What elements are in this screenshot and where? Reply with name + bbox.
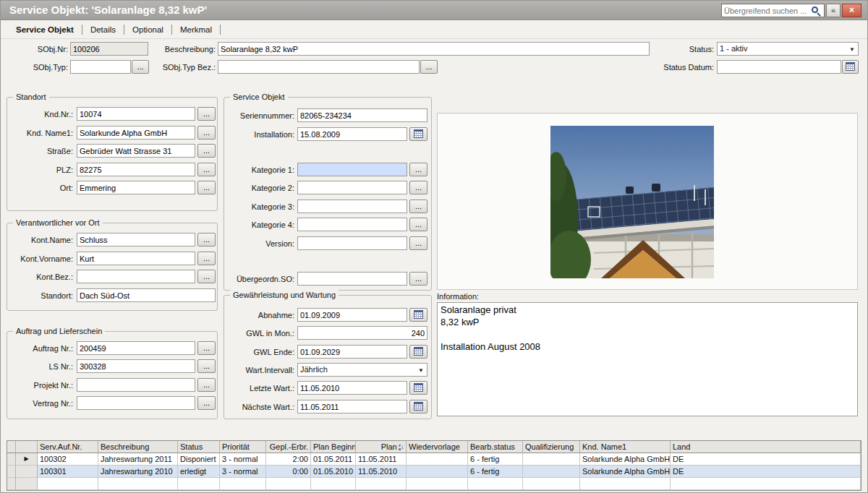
cell-plan-beginn[interactable]: 01.05.2011	[311, 453, 356, 466]
tab-merkmal[interactable]: Merkmal	[172, 25, 221, 35]
cell-gepl-erbr[interactable]: 0:00	[266, 466, 311, 478]
cell-status[interactable]: Disponiert	[178, 453, 220, 466]
empty-cell[interactable]	[38, 478, 98, 490]
status-datum-calendar-button[interactable]	[842, 60, 859, 74]
empty-cell[interactable]	[220, 478, 266, 490]
kategorie3-field[interactable]	[297, 200, 407, 213]
cell-status[interactable]: erledigt	[178, 466, 220, 478]
cell-bearb-status[interactable]: 6 - fertig	[468, 453, 523, 466]
cell-wiedervorlage[interactable]	[407, 466, 468, 478]
cell-beschreibung[interactable]: Jahreswartung 2010	[98, 466, 178, 478]
cell-qualifizierung[interactable]	[523, 453, 580, 466]
empty-cell[interactable]	[580, 478, 671, 490]
cell-land[interactable]: DE	[671, 466, 861, 478]
empty-cell[interactable]	[468, 490, 523, 491]
empty-cell[interactable]	[98, 478, 178, 490]
close-icon[interactable]: ×	[842, 4, 861, 17]
cell-knd-name1[interactable]: Solarkunde Alpha GmbH	[580, 466, 671, 478]
status-datum-field[interactable]	[717, 60, 841, 74]
cell-gepl-erbr[interactable]: 2:00	[266, 453, 311, 466]
empty-cell[interactable]	[468, 478, 523, 490]
tab-service-objekt[interactable]: Service Objekt	[8, 25, 82, 35]
empty-cell[interactable]	[311, 478, 356, 490]
plz-field[interactable]	[77, 163, 195, 176]
empty-cell[interactable]	[266, 490, 311, 491]
sobj-typ-browse-button[interactable]: ...	[132, 60, 149, 74]
col-knd-name1[interactable]: Knd. Name1	[580, 441, 671, 453]
installation-field[interactable]	[297, 127, 407, 141]
empty-cell[interactable]	[98, 490, 178, 491]
strasse-browse-button[interactable]: ...	[197, 144, 216, 158]
cell-prioritaet[interactable]: 3 - normal	[220, 453, 266, 466]
ls-nr-browse-button[interactable]: ...	[197, 359, 216, 373]
cell-serv-auf-nr[interactable]: 100302	[38, 453, 98, 466]
col-qualifizierung[interactable]: Qualifizierung	[523, 441, 580, 453]
col-wiedervorlage[interactable]: Wiedervorlage	[407, 441, 468, 453]
kategorie4-browse-button[interactable]: ...	[409, 218, 427, 231]
empty-cell[interactable]	[178, 478, 220, 490]
col-status[interactable]: Status	[178, 441, 220, 453]
empty-cell[interactable]	[38, 490, 98, 491]
naechste-wart-field[interactable]	[297, 400, 407, 413]
knd-name1-field[interactable]	[77, 126, 195, 140]
empty-cell[interactable]	[671, 490, 861, 491]
ls-nr-field[interactable]	[77, 359, 195, 373]
row-selector[interactable]	[16, 478, 38, 490]
gwl-ende-field[interactable]	[297, 345, 407, 359]
kont-bez-browse-button[interactable]: ...	[197, 270, 216, 283]
status-dropdown[interactable]: 1 - aktiv ▼	[717, 42, 859, 56]
kont-bez-field[interactable]	[77, 270, 195, 283]
naechste-wart-calendar-button[interactable]	[409, 400, 427, 413]
seriennummer-field[interactable]	[297, 108, 427, 122]
abnahme-field[interactable]	[297, 308, 407, 322]
gwl-ende-calendar-button[interactable]	[409, 345, 427, 359]
col-plan-beginn[interactable]: Plan Beginn	[311, 441, 356, 453]
cell-serv-auf-nr[interactable]: 100301	[38, 466, 98, 478]
cell-plan-beginn[interactable]: 01.05.2010	[311, 466, 356, 478]
chevron-down-icon[interactable]: ▼	[418, 364, 424, 377]
sobj-nr-field[interactable]	[70, 42, 148, 56]
kont-name-browse-button[interactable]: ...	[197, 233, 216, 246]
col-plan[interactable]: Planza↓	[356, 441, 407, 453]
empty-cell[interactable]	[523, 490, 580, 491]
version-field[interactable]	[297, 236, 407, 250]
cell-plan[interactable]: 11.05.2011	[356, 453, 407, 466]
kategorie1-field[interactable]	[297, 163, 407, 176]
current-row-marker-icon[interactable]: ▶	[16, 453, 38, 466]
empty-cell[interactable]	[178, 490, 220, 491]
cell-prioritaet[interactable]: 3 - normal	[220, 466, 266, 478]
empty-cell[interactable]	[580, 490, 671, 491]
auftrag-nr-field[interactable]	[77, 341, 195, 355]
sobj-typ-field[interactable]	[70, 60, 131, 74]
empty-cell[interactable]	[407, 478, 468, 490]
kont-name-field[interactable]	[77, 233, 195, 246]
kategorie3-browse-button[interactable]: ...	[409, 200, 427, 213]
cell-qualifizierung[interactable]	[523, 466, 580, 478]
vertrag-nr-browse-button[interactable]: ...	[197, 396, 216, 410]
gwl-mon-field[interactable]	[297, 326, 427, 340]
row-selector[interactable]	[16, 466, 38, 478]
letzte-wart-calendar-button[interactable]	[409, 381, 427, 395]
chevron-down-icon[interactable]: ▼	[849, 43, 855, 56]
col-beschreibung[interactable]: Beschreibung	[98, 441, 178, 453]
installation-calendar-button[interactable]	[409, 127, 427, 141]
auftrag-nr-browse-button[interactable]: ...	[197, 341, 216, 355]
uebergeordn-so-field[interactable]	[297, 272, 407, 286]
knd-name1-browse-button[interactable]: ...	[197, 126, 216, 140]
kategorie2-field[interactable]	[297, 181, 407, 194]
cell-beschreibung[interactable]: Jahreswartung 2011	[98, 453, 178, 466]
cell-knd-name1[interactable]: Solarkunde Alpha GmbH	[580, 453, 671, 466]
kont-vorname-browse-button[interactable]: ...	[197, 252, 216, 265]
empty-cell[interactable]	[220, 490, 266, 491]
version-browse-button[interactable]: ...	[409, 236, 427, 250]
cell-land[interactable]: DE	[671, 453, 861, 466]
vertrag-nr-field[interactable]	[77, 396, 195, 410]
search-icon[interactable]	[812, 7, 818, 13]
abnahme-calendar-button[interactable]	[409, 308, 427, 322]
knd-nr-field[interactable]	[77, 107, 195, 121]
row-selector[interactable]	[16, 490, 38, 491]
empty-cell[interactable]	[407, 490, 468, 491]
col-land[interactable]: Land	[671, 441, 861, 453]
standort-field[interactable]	[77, 288, 216, 302]
collapse-search-button[interactable]: «	[826, 4, 841, 17]
